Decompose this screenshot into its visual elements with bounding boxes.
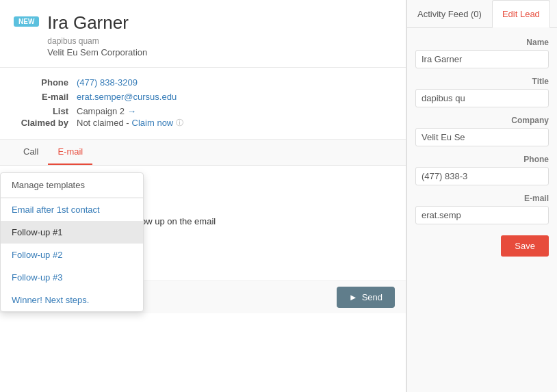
- company-input[interactable]: [415, 128, 549, 146]
- title-input[interactable]: [415, 89, 549, 107]
- lead-name: Ira Garner: [47, 12, 147, 34]
- claimed-value: Not claimed - Claim now ⓘ: [77, 118, 183, 128]
- title-field-row: Title: [415, 77, 549, 107]
- save-button[interactable]: Save: [501, 235, 549, 257]
- claim-now-link[interactable]: Claim now: [132, 118, 174, 128]
- phone-input[interactable]: [415, 167, 549, 185]
- phone-label: Phone: [14, 77, 68, 88]
- dropdown-header[interactable]: Manage templates: [1, 173, 143, 198]
- claimed-label: Claimed by: [14, 118, 68, 128]
- template-followup-3[interactable]: Follow-up #3: [1, 266, 143, 289]
- email-field-label: E-mail: [415, 194, 549, 203]
- template-winner[interactable]: Winner! Next steps.: [1, 289, 143, 311]
- phone-field-label: Phone: [415, 155, 549, 164]
- tab-email[interactable]: E-mail: [48, 140, 92, 165]
- right-tabs: Activity Feed (0) Edit Lead: [407, 0, 557, 28]
- email-input[interactable]: [415, 206, 549, 224]
- template-email-1st[interactable]: Email after 1st contact: [1, 198, 143, 221]
- lead-details: Phone (477) 838-3209 E-mail erat.semper@…: [0, 68, 406, 140]
- edit-lead-form: Name Title Company Phone E-mail Save: [407, 28, 557, 242]
- phone-value: (477) 838-3209: [77, 77, 138, 88]
- template-followup-1[interactable]: Follow-up #1: [1, 221, 143, 244]
- template-dropdown: Manage templates Email after 1st contact…: [0, 172, 144, 312]
- name-field-label: Name: [415, 38, 549, 47]
- tab-call[interactable]: Call: [14, 140, 48, 165]
- phone-field-row: Phone: [415, 155, 549, 185]
- new-badge: New: [14, 16, 39, 27]
- list-value: Campaign 2 →: [77, 106, 136, 116]
- not-claimed-text: Not claimed -: [77, 118, 129, 128]
- company-field-label: Company: [415, 116, 549, 125]
- list-label: List: [14, 106, 68, 116]
- email-label: E-mail: [14, 92, 68, 102]
- template-followup-2[interactable]: Follow-up #2: [1, 244, 143, 266]
- tab-edit-lead[interactable]: Edit Lead: [492, 0, 550, 28]
- company-field-row: Company: [415, 116, 549, 146]
- lead-subtitle: dapibus quam: [47, 36, 147, 46]
- email-value: erat.semper@cursus.edu: [77, 92, 177, 102]
- email-field-row: E-mail: [415, 194, 549, 224]
- name-field-row: Name: [415, 38, 549, 68]
- send-button[interactable]: ► Send: [337, 287, 395, 308]
- email-tabs: Call E-mail: [0, 140, 406, 166]
- send-icon: ►: [349, 292, 358, 302]
- lead-company-header: Velit Eu Sem Corporation: [47, 47, 147, 57]
- title-field-label: Title: [415, 77, 549, 86]
- help-icon[interactable]: ⓘ: [176, 118, 183, 128]
- arrow-icon: →: [127, 106, 136, 116]
- name-input[interactable]: [415, 50, 549, 68]
- tab-activity-feed[interactable]: Activity Feed (0): [407, 0, 492, 27]
